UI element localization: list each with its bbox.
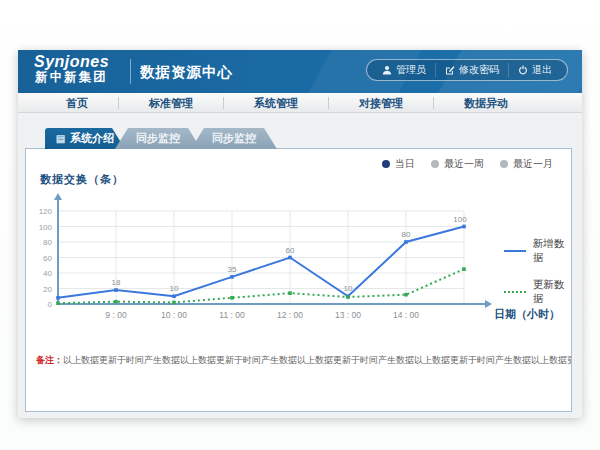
radio-dot-icon [500, 160, 508, 168]
svg-text:12 : 00: 12 : 00 [277, 310, 303, 320]
svg-text:18: 18 [112, 278, 121, 287]
power-icon [518, 65, 528, 75]
logout-label: 退出 [532, 63, 552, 77]
exchange-chart-svg: 0204060801001201810356010801009 : 0010 :… [34, 187, 569, 337]
svg-text:9 : 00: 9 : 00 [105, 310, 127, 320]
svg-text:40: 40 [43, 269, 52, 278]
legend-label: 更新数据 [533, 278, 571, 306]
tab-sync-monitor-1[interactable]: 同步监控 [115, 128, 201, 149]
change-password-button[interactable]: 修改密码 [435, 63, 508, 77]
svg-text:80: 80 [43, 238, 52, 247]
radio-today[interactable]: 当日 [382, 157, 415, 171]
logout-button[interactable]: 退出 [508, 63, 561, 77]
header-bar: Synjones 新中新集团 数据资源中心 管理员 修改密码 [18, 50, 582, 93]
logo-subtext: 新中新集团 [34, 71, 109, 84]
edit-icon [445, 65, 455, 75]
document-icon: ▤ [56, 133, 65, 144]
tab-sync-monitor-2[interactable]: 同步监控 [191, 128, 277, 149]
chart-legend: 新增数据 更新数据 [504, 237, 571, 306]
svg-text:13 : 00: 13 : 00 [335, 310, 361, 320]
svg-text:60: 60 [286, 246, 295, 255]
svg-text:11 : 00: 11 : 00 [219, 310, 245, 320]
dotted-line-icon [504, 291, 526, 293]
legend-item-updated-data: 更新数据 [504, 278, 571, 306]
y-axis-title: 数据交换（条） [40, 172, 124, 187]
user-menu: 管理员 修改密码 退出 [366, 59, 568, 81]
radio-dot-icon [431, 160, 439, 168]
page-title: 数据资源中心 [140, 63, 233, 82]
nav-item-data-change[interactable]: 数据异动 [434, 97, 538, 109]
footnote-label: 备注： [36, 355, 63, 365]
nav-item-standard-mgmt[interactable]: 标准管理 [119, 97, 224, 109]
svg-text:100: 100 [453, 215, 467, 224]
svg-text:10 : 00: 10 : 00 [161, 310, 187, 320]
legend-label: 新增数据 [533, 237, 571, 265]
svg-text:80: 80 [402, 230, 411, 239]
svg-text:20: 20 [43, 285, 52, 294]
header-separator [130, 59, 131, 84]
radio-label: 当日 [395, 157, 415, 171]
solid-line-icon [504, 250, 526, 252]
svg-text:100: 100 [39, 223, 53, 232]
footnote-text: 以上数据更新于时间产生数据以上数据更新于时间产生数据以上数据更新于时间产生数据以… [63, 355, 571, 365]
user-icon [382, 65, 392, 75]
svg-text:14 : 00: 14 : 00 [393, 310, 419, 320]
nav-item-home[interactable]: 首页 [36, 97, 119, 109]
nav-item-system-mgmt[interactable]: 系统管理 [224, 97, 329, 109]
tab-bar: ▤ 系统介绍 同步监控 同步监控 [45, 128, 277, 149]
admin-label: 管理员 [396, 63, 426, 77]
company-logo: Synjones 新中新集团 [34, 54, 109, 84]
radio-dot-icon [382, 160, 390, 168]
chart-x-axis-labels: 9 : 0010 : 0011 : 0012 : 0013 : 0014 : 0… [105, 310, 419, 320]
app-window: Synjones 新中新集团 数据资源中心 管理员 修改密码 [18, 50, 582, 418]
radio-label: 最近一周 [444, 157, 484, 171]
radio-last-month[interactable]: 最近一月 [500, 157, 553, 171]
nav-item-interface-mgmt[interactable]: 对接管理 [329, 97, 434, 109]
radio-last-week[interactable]: 最近一周 [431, 157, 484, 171]
legend-item-new-data: 新增数据 [504, 237, 571, 265]
svg-text:35: 35 [228, 265, 237, 274]
logo-text: Synjones [34, 54, 109, 71]
tab-system-intro[interactable]: ▤ 系统介绍 [45, 128, 125, 149]
tab-label: 系统介绍 [70, 131, 114, 146]
tab-label: 同步监控 [136, 131, 180, 146]
footnote: 备注：以上数据更新于时间产生数据以上数据更新于时间产生数据以上数据更新于时间产生… [26, 354, 571, 367]
svg-text:60: 60 [43, 254, 52, 263]
content-panel: 当日 最近一周 最近一月 数据交换（条） 0204060801001201810… [25, 148, 572, 412]
svg-text:10: 10 [170, 284, 179, 293]
chart-grid: 020406080100120 [39, 207, 464, 309]
page-background: Synjones 新中新集团 数据资源中心 管理员 修改密码 [0, 0, 600, 450]
tab-label: 同步监控 [212, 131, 256, 146]
svg-text:10: 10 [344, 284, 353, 293]
x-axis-title: 日期（小时） [494, 308, 560, 321]
time-range-filter: 当日 最近一周 最近一月 [382, 157, 553, 171]
change-password-label: 修改密码 [459, 63, 499, 77]
main-nav: 首页 标准管理 系统管理 对接管理 数据异动 [18, 93, 582, 113]
admin-button[interactable]: 管理员 [373, 63, 435, 77]
data-exchange-chart: 0204060801001201810356010801009 : 0010 :… [34, 187, 569, 337]
radio-label: 最近一月 [513, 157, 553, 171]
svg-text:0: 0 [48, 300, 53, 309]
svg-text:120: 120 [39, 207, 53, 216]
